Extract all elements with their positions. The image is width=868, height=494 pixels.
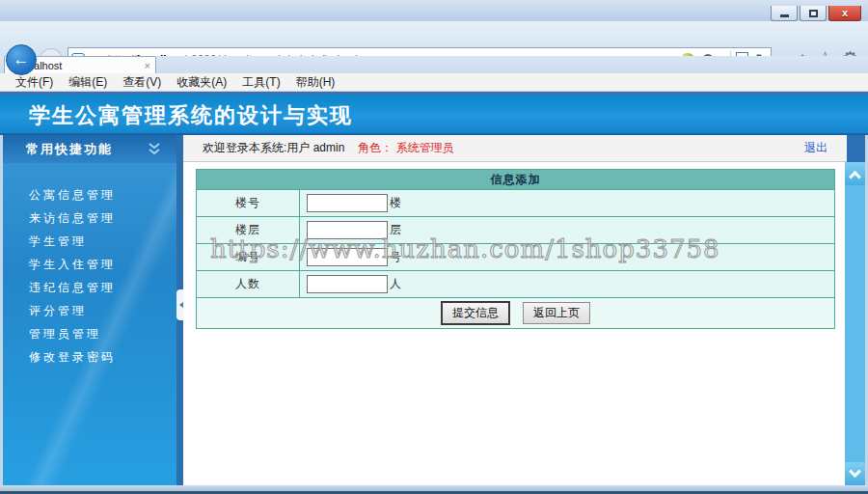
form-title: 信息添加: [197, 170, 834, 189]
scrollbar-down-button[interactable]: [845, 462, 865, 485]
field-unit: 人: [390, 276, 401, 292]
logout-link[interactable]: 退出: [804, 140, 827, 156]
people-count-input[interactable]: [307, 275, 388, 293]
tab-title: localhost: [20, 60, 145, 71]
sidebar-item-change-password[interactable]: 修改登录密码: [3, 345, 176, 369]
page-scrollbar[interactable]: [845, 162, 865, 485]
welcome-text: 欢迎登录本系统:用户 admin: [203, 140, 344, 156]
field-label: 编号: [197, 244, 300, 270]
form-row-floor: 楼层 层: [197, 216, 834, 243]
chevron-up-icon: [849, 170, 861, 182]
browser-menubar: 文件(F) 编辑(E) 查看(V) 收藏夹(A) 工具(T) 帮助(H): [0, 73, 868, 92]
window-titlebar[interactable]: x: [0, 0, 868, 21]
field-unit: 楼: [390, 195, 401, 211]
tab-close-icon[interactable]: ×: [145, 60, 150, 71]
return-button[interactable]: 返回上页: [523, 302, 590, 324]
menu-help[interactable]: 帮助(H): [288, 74, 343, 91]
sidebar-menu: 公寓信息管理 来访信息管理 学生管理 学生入住管理 违纪信息管理 评分管理 管理…: [3, 183, 176, 369]
close-icon: x: [842, 8, 848, 18]
sidebar-item-checkin-mgmt[interactable]: 学生入住管理: [3, 253, 176, 276]
sidebar-item-apartment-info[interactable]: 公寓信息管理: [3, 183, 176, 206]
menu-view[interactable]: 查看(V): [115, 74, 169, 91]
sidebar-item-score-mgmt[interactable]: 评分管理: [3, 299, 176, 322]
sidebar-item-student-mgmt[interactable]: 学生管理: [3, 230, 176, 253]
menu-favorites[interactable]: 收藏夹(A): [169, 74, 234, 91]
browser-navbar: ← → + ▾ e http://localhost:8080/dormitor…: [0, 21, 868, 56]
page-banner: 学生公寓管理系统的设计与实现: [0, 95, 868, 135]
submit-button[interactable]: 提交信息: [441, 301, 510, 325]
room-number-input[interactable]: [307, 248, 388, 266]
sidebar-item-violation-info[interactable]: 违纪信息管理: [3, 276, 176, 299]
sidebar-header-label: 常用快捷功能: [26, 141, 148, 158]
back-icon: ←: [14, 50, 30, 69]
menu-tools[interactable]: 工具(T): [234, 74, 287, 91]
back-button[interactable]: ←: [6, 44, 37, 75]
maximize-icon: [809, 10, 818, 17]
sidebar-item-visitor-info[interactable]: 来访信息管理: [3, 206, 176, 230]
field-unit: 号: [390, 249, 401, 265]
window-controls: x: [769, 6, 861, 21]
window-bottom-frame: [0, 485, 868, 494]
maximize-button[interactable]: [800, 6, 827, 21]
sidebar: 常用快捷功能 公寓信息管理 来访信息管理 学生管理 学生入住管理 违纪信息管理 …: [3, 135, 183, 485]
form-row-room-number: 编号 号: [197, 243, 834, 270]
floor-input[interactable]: [307, 221, 388, 239]
welcome-bar: 欢迎登录本系统:用户 admin 角色： 系统管理员 退出: [183, 135, 847, 162]
field-label: 楼号: [197, 190, 300, 216]
sidebar-item-admin-mgmt[interactable]: 管理员管理: [3, 322, 176, 345]
sidebar-collapse-handle[interactable]: [176, 289, 183, 320]
page-viewport: 学生公寓管理系统的设计与实现 常用快捷功能 公寓信息管理 来访信息管理 学生管理…: [0, 92, 868, 494]
field-unit: 层: [390, 222, 401, 238]
welcome-role-text: 角色： 系统管理员: [358, 140, 453, 156]
field-label: 人数: [197, 271, 300, 297]
form-row-building-number: 楼号 楼: [197, 189, 834, 216]
chevron-down-icon: [849, 465, 861, 478]
scrollbar-up-button[interactable]: [845, 162, 865, 185]
menu-file[interactable]: 文件(F): [8, 74, 61, 91]
tab-strip: e localhost ×: [0, 56, 868, 73]
sidebar-header[interactable]: 常用快捷功能: [3, 135, 176, 163]
main-content: 信息添加 楼号 楼 楼层 层 编号 号: [183, 162, 845, 485]
minimize-icon: [780, 14, 789, 17]
form-row-people-count: 人数 人: [197, 270, 834, 297]
welcome-right-strip: [847, 135, 865, 162]
chevron-double-down-icon[interactable]: [148, 143, 161, 155]
info-add-form: 信息添加 楼号 楼 楼层 层 编号 号: [196, 169, 835, 329]
page-title: 学生公寓管理系统的设计与实现: [29, 101, 353, 130]
menu-edit[interactable]: 编辑(E): [61, 74, 115, 91]
browser-window: { "window": { "minimize": "", "maximize"…: [0, 0, 868, 494]
form-button-row: 提交信息 返回上页: [197, 297, 834, 328]
close-button[interactable]: x: [828, 6, 861, 21]
building-number-input[interactable]: [307, 194, 388, 212]
field-label: 楼层: [197, 217, 300, 243]
minimize-button[interactable]: [771, 6, 798, 21]
